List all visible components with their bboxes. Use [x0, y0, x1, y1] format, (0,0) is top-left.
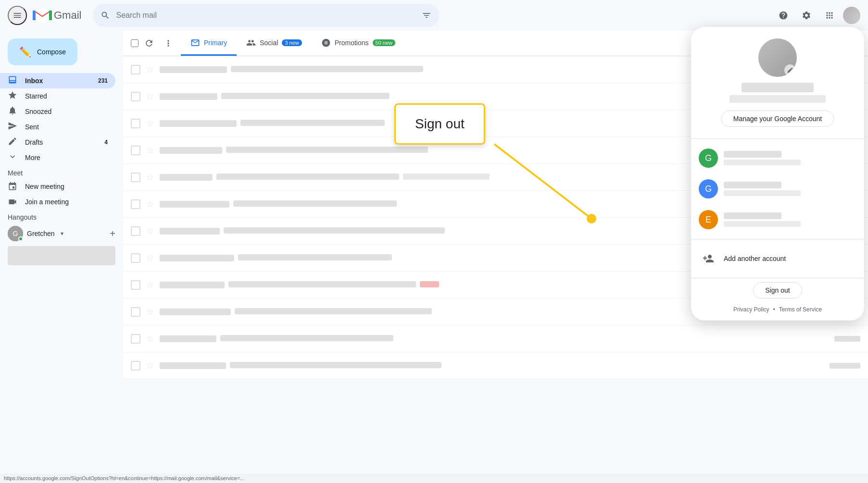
promotions-badge: 50 new	[373, 39, 395, 46]
sidebar-item-starred[interactable]: Starred	[0, 88, 115, 104]
privacy-policy-link[interactable]: Privacy Policy	[733, 306, 769, 313]
star-icon[interactable]: ☆	[146, 118, 154, 129]
apps-button[interactable]	[820, 6, 839, 25]
star-icon[interactable]: ☆	[146, 226, 154, 236]
sidebar-more-label: More	[25, 154, 40, 161]
row-checkbox[interactable]	[131, 226, 140, 236]
star-icon[interactable]: ☆	[146, 307, 154, 317]
account-name-g1	[724, 151, 781, 158]
tab-social[interactable]: Social 3 new	[237, 31, 312, 56]
sidebar-item-inbox[interactable]: Inbox 231	[0, 73, 115, 88]
select-all-checkbox[interactable]	[131, 39, 138, 47]
account-name-g2	[724, 182, 781, 188]
tab-promotions[interactable]: Promotions 50 new	[312, 31, 405, 56]
table-row[interactable]: ☆	[123, 352, 868, 379]
star-icon[interactable]: ☆	[146, 91, 154, 102]
sidebar-item-snoozed[interactable]: Snoozed	[0, 104, 115, 119]
manage-account-button[interactable]: Manage your Google Account	[721, 111, 834, 127]
search-icon	[101, 11, 110, 20]
join-meeting-icon	[8, 197, 17, 207]
dropdown-signout-button[interactable]: Sign out	[753, 282, 802, 298]
join-meeting-label: Join a meeting	[25, 198, 69, 206]
row-checkbox[interactable]	[131, 119, 140, 128]
avatar-edit-icon[interactable]	[784, 64, 796, 76]
hangouts-section-label: Hangouts	[0, 210, 123, 223]
account-name-e1	[724, 212, 781, 219]
status-bar: https://accounts.google.com/SignOutOptio…	[0, 473, 868, 483]
sender-name	[160, 335, 216, 342]
menu-icon-button[interactable]	[8, 6, 27, 25]
table-row[interactable]: ☆	[123, 325, 868, 352]
row-checkbox[interactable]	[131, 280, 140, 290]
account-list-item-g1[interactable]: G	[691, 143, 864, 173]
sidebar-item-more[interactable]: More	[0, 150, 115, 165]
hangout-gretchen[interactable]: G Gretchen ▾ +	[0, 223, 123, 244]
sidebar-item-sent[interactable]: Sent	[0, 119, 115, 135]
row-checkbox[interactable]	[131, 307, 140, 317]
starred-icon	[8, 90, 17, 102]
search-input[interactable]	[116, 11, 416, 20]
row-checkbox[interactable]	[131, 334, 140, 344]
email-date	[830, 363, 860, 369]
compose-icon: ✏️	[19, 46, 31, 58]
email-date	[834, 336, 860, 342]
account-avatar-button[interactable]	[843, 7, 860, 24]
star-icon[interactable]: ☆	[146, 334, 154, 344]
sidebar-starred-label: Starred	[25, 92, 47, 100]
sender-name	[160, 362, 226, 369]
new-meeting-label: New meeting	[25, 183, 64, 190]
search-options-icon[interactable]	[422, 11, 431, 20]
row-checkbox[interactable]	[131, 173, 140, 182]
sidebar-item-new-meeting[interactable]: New meeting	[0, 179, 123, 194]
sender-name	[160, 120, 237, 127]
signout-callout: Sign out	[394, 103, 485, 145]
more-options-button[interactable]	[160, 35, 177, 52]
terms-link[interactable]: Terms of Service	[779, 306, 822, 313]
row-checkbox[interactable]	[131, 199, 140, 209]
add-account-item[interactable]: Add another account	[691, 243, 864, 274]
star-icon[interactable]: ☆	[146, 280, 154, 290]
email-toolbar	[131, 35, 181, 52]
inbox-badge: 231	[98, 77, 108, 84]
star-icon[interactable]: ☆	[146, 64, 154, 75]
compose-label: Compose	[37, 48, 66, 56]
account-avatar-large	[758, 38, 797, 77]
account-info-g2	[724, 182, 856, 196]
sidebar-item-drafts[interactable]: Drafts 4	[0, 135, 115, 150]
avatar-image	[843, 7, 860, 24]
star-icon[interactable]: ☆	[146, 172, 154, 183]
refresh-button[interactable]	[140, 35, 158, 52]
social-badge: 3 new	[282, 39, 302, 46]
tab-primary[interactable]: Primary	[181, 31, 237, 56]
row-checkbox[interactable]	[131, 92, 140, 101]
settings-button[interactable]	[797, 6, 816, 25]
account-list-item-e1[interactable]: E	[691, 204, 864, 235]
search-bar[interactable]	[93, 4, 439, 27]
star-icon[interactable]: ☆	[146, 360, 154, 371]
row-checkbox[interactable]	[131, 253, 140, 263]
promotions-tab-icon	[321, 38, 331, 48]
star-icon[interactable]: ☆	[146, 199, 154, 210]
row-checkbox[interactable]	[131, 361, 140, 371]
add-account-icon	[699, 249, 718, 268]
sender-name	[160, 174, 213, 181]
sent-icon	[8, 121, 17, 133]
account-list-item-g2[interactable]: G	[691, 173, 864, 204]
help-button[interactable]	[774, 6, 793, 25]
sender-name	[160, 228, 220, 235]
sender-name	[160, 309, 231, 315]
meet-section-label: Meet	[0, 165, 123, 179]
star-icon[interactable]: ☆	[146, 253, 154, 263]
hangout-add-button[interactable]: +	[110, 228, 115, 239]
drafts-badge: 4	[104, 139, 108, 146]
account-email	[730, 95, 826, 103]
dropdown-divider-2	[691, 239, 864, 239]
row-checkbox[interactable]	[131, 146, 140, 155]
compose-button[interactable]: ✏️ Compose	[8, 38, 77, 65]
account-info-e1	[724, 212, 856, 227]
star-icon[interactable]: ☆	[146, 145, 154, 156]
sender-name	[160, 282, 225, 288]
row-checkbox[interactable]	[131, 65, 140, 74]
sidebar-item-join-meeting[interactable]: Join a meeting	[0, 194, 123, 210]
add-account-label: Add another account	[724, 255, 786, 262]
